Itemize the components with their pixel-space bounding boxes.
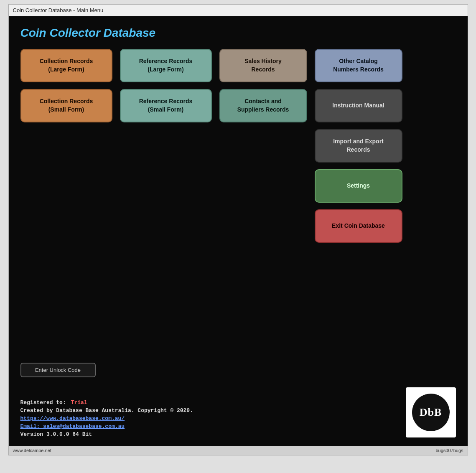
reference-small-button[interactable]: Reference Records (Small Form)	[120, 89, 212, 122]
registered-label: Registered to:	[20, 399, 66, 406]
bottom-bar: www.delcampe.net bugs007bugs	[9, 446, 468, 455]
collection-small-button[interactable]: Collection Records (Small Form)	[20, 89, 112, 122]
app-window: Coin Collector Database - Main Menu Coin…	[8, 4, 468, 455]
created-by-text: Created by Database Base Australia. Copy…	[20, 407, 193, 414]
logo-oval: DbB	[412, 394, 450, 431]
footer-row: Registered to: Trial Created by Database…	[20, 387, 456, 437]
email-link[interactable]: Email: sales@databasebase.com.au	[20, 423, 193, 430]
instruction-manual-button[interactable]: Instruction Manual	[315, 89, 402, 122]
main-button-grid: Collection Records (Large Form) Referenc…	[20, 49, 456, 243]
app-title: Coin Collector Database	[20, 26, 456, 40]
title-bar: Coin Collector Database - Main Menu	[9, 5, 468, 16]
app-body: Coin Collector Database Collection Recor…	[9, 16, 468, 446]
other-catalog-button[interactable]: Other Catalog Numbers Records	[315, 49, 402, 82]
sales-history-button[interactable]: Sales History Records	[219, 49, 307, 82]
settings-button[interactable]: Settings	[315, 169, 402, 203]
website-link[interactable]: https://www.databasebase.com.au/	[20, 415, 193, 422]
logo-text: DbB	[420, 406, 442, 419]
contacts-suppliers-button[interactable]: Contacts and Suppliers Records	[219, 89, 307, 122]
bottom-section: Enter Unlock Code Registered to: Trial C…	[20, 363, 456, 437]
enter-unlock-code-button[interactable]: Enter Unlock Code	[20, 363, 96, 377]
footer-left-text: www.delcampe.net	[13, 448, 51, 453]
logo-box: DbB	[406, 387, 456, 437]
footer-info: Registered to: Trial Created by Database…	[20, 399, 193, 437]
reference-large-button[interactable]: Reference Records (Large Form)	[120, 49, 212, 82]
registered-row: Registered to: Trial	[20, 399, 193, 406]
collection-large-button[interactable]: Collection Records (Large Form)	[20, 49, 112, 82]
exit-coin-database-button[interactable]: Exit Coin Database	[315, 209, 402, 243]
version-text: Version 3.0.0.0 64 Bit	[20, 431, 193, 437]
footer-right-text: bugs007bugs	[435, 448, 463, 453]
registered-value: Trial	[71, 399, 87, 406]
import-export-button[interactable]: Import and Export Records	[315, 129, 402, 163]
window-title: Coin Collector Database - Main Menu	[13, 7, 104, 13]
